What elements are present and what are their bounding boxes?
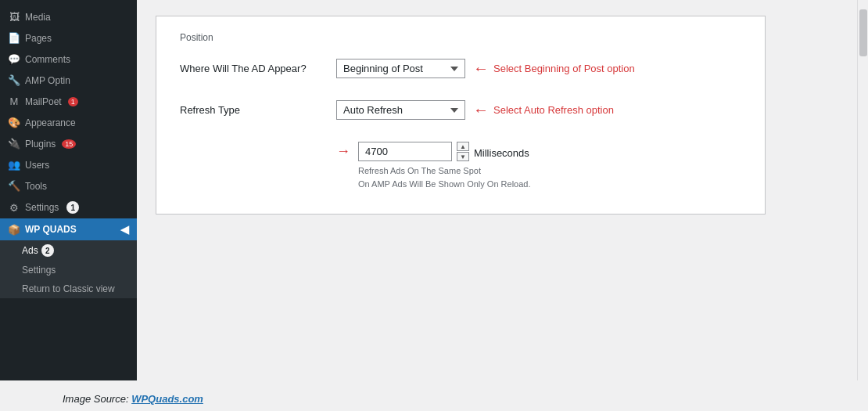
hint-text: Refresh Ads On The Same Spot On AMP Ads … bbox=[358, 164, 531, 190]
arrow-right-icon: → bbox=[336, 143, 350, 160]
submenu-item-settings[interactable]: Settings bbox=[0, 261, 137, 279]
sidebar-item-mailpoet[interactable]: M MailPoet 1 bbox=[0, 91, 137, 112]
scrollbar[interactable] bbox=[857, 0, 868, 380]
where-appear-controls: Beginning of Post ← Select Beginning of … bbox=[336, 59, 635, 78]
content-card: Position Where Will The AD Appear? Begin… bbox=[156, 16, 766, 215]
where-appear-annotation: ← Select Beginning of Post option bbox=[473, 59, 635, 78]
sidebar-item-pages[interactable]: 📄 Pages bbox=[0, 27, 137, 49]
pages-icon: 📄 bbox=[8, 32, 20, 44]
sidebar-item-amp-optin[interactable]: 🔧 AMP Optin bbox=[0, 70, 137, 91]
scrollbar-thumb[interactable] bbox=[859, 9, 867, 56]
page-footer: Image Source: WPQuads.com bbox=[0, 380, 868, 411]
sidebar-item-comments[interactable]: 💬 Comments bbox=[0, 49, 137, 70]
milliseconds-input[interactable] bbox=[358, 142, 452, 161]
milliseconds-label: Milliseconds bbox=[474, 147, 529, 159]
refresh-type-label: Refresh Type bbox=[180, 104, 336, 116]
number-input-group: ▲ ▼ Milliseconds bbox=[358, 142, 531, 161]
plugins-icon: 🔌 bbox=[8, 138, 20, 150]
wpquads-icon: 📦 bbox=[8, 224, 20, 236]
sidebar-item-tools[interactable]: 🔨 Tools bbox=[0, 175, 137, 196]
refresh-type-controls: Auto Refresh ← Select Auto Refresh optio… bbox=[336, 100, 614, 120]
sidebar-item-users[interactable]: 👥 Users bbox=[0, 154, 137, 175]
ads-number-badge: 2 bbox=[41, 244, 54, 257]
where-appear-label: Where Will The AD Appear? bbox=[180, 63, 336, 74]
sidebar: 🖼 Media 📄 Pages 💬 Comments 🔧 AMP Optin M… bbox=[0, 0, 137, 380]
spinner-down-button[interactable]: ▼ bbox=[457, 152, 469, 161]
refresh-type-select[interactable]: Auto Refresh bbox=[336, 100, 465, 120]
appearance-icon: 🎨 bbox=[8, 117, 20, 128]
refresh-type-annotation: ← Select Auto Refresh option bbox=[473, 101, 614, 119]
sidebar-item-plugins[interactable]: 🔌 Plugins 15 bbox=[0, 133, 137, 154]
arrow-left-2-icon: ← bbox=[473, 101, 489, 119]
arrow-left-1-icon: ← bbox=[473, 59, 489, 78]
where-appear-row: Where Will The AD Appear? Beginning of P… bbox=[180, 59, 741, 78]
amp-icon: 🔧 bbox=[8, 74, 20, 86]
source-link[interactable]: WPQuads.com bbox=[131, 393, 203, 405]
number-input-wrapper: ▲ ▼ Milliseconds Refresh Ads On The Same… bbox=[358, 142, 531, 190]
settings-number: 1 bbox=[66, 201, 79, 214]
mailpoet-badge: 1 bbox=[68, 97, 78, 106]
spinner-up-button[interactable]: ▲ bbox=[457, 142, 469, 151]
sidebar-submenu-wpquads: Ads 2 Settings Return to Classic view bbox=[0, 240, 137, 298]
main-content: Position Where Will The AD Appear? Begin… bbox=[137, 0, 857, 380]
refresh-type-row: Refresh Type Auto Refresh ← Select Auto … bbox=[180, 100, 741, 120]
sidebar-item-appearance[interactable]: 🎨 Appearance bbox=[0, 112, 137, 133]
plugins-badge: 15 bbox=[62, 139, 76, 149]
section-title: Position bbox=[180, 32, 741, 43]
where-appear-select[interactable]: Beginning of Post bbox=[336, 59, 465, 78]
milliseconds-row: → ▲ ▼ Milliseconds Refresh Ads On The Sa… bbox=[336, 142, 741, 190]
submenu-item-classic[interactable]: Return to Classic view bbox=[0, 279, 137, 298]
sidebar-item-media[interactable]: 🖼 Media bbox=[0, 6, 137, 27]
users-icon: 👥 bbox=[8, 159, 20, 171]
comments-icon: 💬 bbox=[8, 53, 20, 65]
sidebar-item-wpquads[interactable]: 📦 WP QUADS ◀ bbox=[0, 218, 137, 240]
wpquads-chevron: ◀ bbox=[120, 223, 129, 236]
tools-icon: 🔨 bbox=[8, 180, 20, 192]
spinner-buttons: ▲ ▼ bbox=[457, 142, 469, 161]
mailpoet-icon: M bbox=[8, 96, 20, 107]
submenu-item-ads[interactable]: Ads 2 bbox=[0, 240, 137, 261]
settings-icon: ⚙ bbox=[8, 202, 20, 214]
sidebar-item-settings[interactable]: ⚙ Settings 1 bbox=[0, 196, 137, 218]
media-icon: 🖼 bbox=[8, 11, 20, 23]
